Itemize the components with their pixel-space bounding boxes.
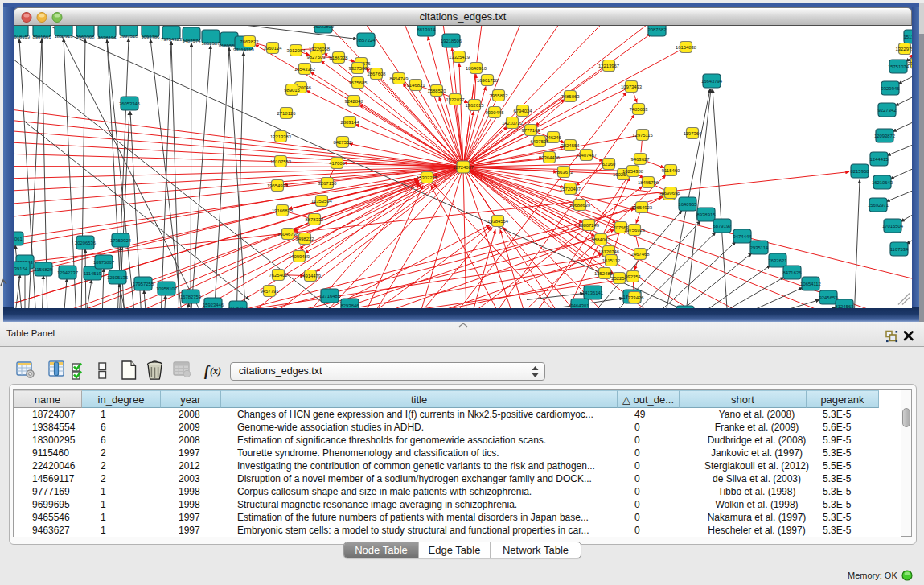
svg-text:1993518: 1993518 (120, 33, 139, 38)
svg-text:12975115: 12975115 (632, 132, 653, 137)
svg-text:16033809: 16033809 (313, 26, 334, 29)
svg-text:97114710: 97114710 (233, 47, 254, 51)
svg-text:2718126: 2718126 (277, 110, 297, 115)
svg-text:2867608: 2867608 (368, 71, 387, 76)
svg-text:1513094: 1513094 (904, 34, 912, 39)
svg-text:19654923: 19654923 (267, 183, 289, 187)
svg-text:10958107: 10958107 (156, 286, 177, 290)
svg-text:7863672: 7863672 (555, 169, 573, 174)
svg-text:19166825: 19166825 (272, 208, 294, 212)
svg-text:14136141: 14136141 (582, 290, 603, 295)
svg-text:(x): (x) (210, 365, 221, 377)
svg-text:8215958: 8215958 (851, 168, 870, 173)
svg-text:2803144: 2803144 (341, 119, 360, 124)
svg-text:6794024: 6794024 (514, 108, 533, 113)
svg-text:7955812: 7955812 (490, 93, 508, 97)
svg-text:7632621: 7632621 (769, 257, 787, 262)
svg-text:15692971: 15692971 (868, 202, 889, 207)
svg-text:13226058: 13226058 (309, 46, 331, 51)
svg-text:9146821: 9146821 (407, 82, 425, 87)
svg-text:9227342: 9227342 (878, 107, 897, 112)
svg-text:1322037: 1322037 (446, 97, 465, 101)
svg-text:14914479: 14914479 (300, 273, 321, 278)
svg-text:8471626: 8471626 (783, 270, 803, 274)
svg-text:17359924: 17359924 (110, 237, 132, 242)
svg-text:1862527: 1862527 (202, 40, 220, 45)
svg-text:19384554: 19384554 (487, 218, 509, 223)
svg-text:9699695: 9699695 (662, 190, 681, 195)
svg-text:9777169: 9777169 (522, 127, 540, 132)
svg-text:20364436: 20364436 (539, 154, 561, 159)
svg-text:3960124: 3960124 (264, 45, 283, 50)
svg-text:18120746: 18120746 (598, 249, 620, 253)
svg-text:15751074: 15751074 (888, 64, 910, 68)
svg-text:10688639: 10688639 (569, 202, 590, 207)
svg-text:26018159: 26018159 (14, 34, 30, 39)
svg-text:1733426: 1733426 (626, 295, 645, 299)
svg-text:79754323: 79754323 (161, 36, 183, 41)
svg-text:18724007: 18724007 (453, 164, 474, 169)
svg-text:9457791: 9457791 (261, 288, 279, 293)
svg-text:9245652: 9245652 (819, 295, 838, 299)
svg-text:8293846: 8293846 (341, 303, 360, 307)
svg-text:9242848: 9242848 (345, 98, 364, 103)
svg-text:17957255: 17957255 (133, 281, 154, 286)
svg-text:1588520: 1588520 (428, 88, 447, 93)
svg-text:1640955: 1640955 (679, 201, 698, 206)
svg-text:2754311: 2754311 (908, 60, 912, 65)
svg-text:16210643: 16210643 (872, 179, 893, 184)
svg-text:9329946: 9329946 (881, 85, 901, 90)
svg-text:8813014: 8813014 (417, 27, 437, 31)
svg-text:9487574: 9487574 (183, 38, 202, 43)
svg-text:13716485: 13716485 (319, 293, 341, 298)
svg-text:3498222: 3498222 (296, 236, 314, 241)
svg-text:6497505: 6497505 (531, 138, 550, 143)
svg-text:19654923: 19654923 (631, 204, 653, 209)
svg-text:8427552: 8427552 (334, 139, 352, 144)
svg-text:989015: 989015 (284, 87, 300, 92)
svg-text:16782759: 16782759 (180, 294, 201, 299)
svg-text:9115460: 9115460 (662, 167, 680, 172)
svg-text:1197364: 1197364 (684, 130, 702, 135)
svg-text:9464301: 9464301 (571, 303, 589, 307)
svg-text:16154838: 16154838 (676, 44, 697, 49)
svg-text:3912954: 3912954 (287, 47, 306, 52)
svg-text:2935114: 2935114 (750, 245, 769, 249)
svg-text:7663822: 7663822 (240, 39, 259, 43)
svg-text:16961758: 16961758 (477, 77, 499, 82)
svg-text:11353594: 11353594 (311, 198, 332, 203)
svg-text:9093786: 9093786 (142, 34, 161, 39)
svg-text:7485063: 7485063 (630, 106, 649, 111)
svg-text:13325419: 13325419 (449, 54, 470, 59)
svg-text:1114519: 1114519 (84, 270, 101, 275)
svg-text:3675685: 3675685 (349, 80, 368, 84)
svg-text:12942737: 12942737 (57, 270, 78, 274)
svg-text:12505135: 12505135 (107, 274, 129, 279)
svg-text:10407487: 10407487 (576, 152, 597, 157)
svg-text:417006: 417006 (329, 160, 345, 165)
svg-text:20206536: 20206536 (75, 240, 97, 245)
svg-text:19756928: 19756928 (624, 227, 646, 232)
svg-text:3267150: 3267150 (318, 180, 338, 185)
svg-text:7485063: 7485063 (561, 93, 581, 98)
svg-text:1156829: 1156829 (35, 266, 53, 271)
svg-text:9990445: 9990445 (486, 109, 505, 114)
svg-text:16543362: 16543362 (294, 66, 315, 71)
svg-text:992354: 992354 (625, 274, 641, 278)
svg-text:2467468: 2467468 (631, 251, 651, 256)
svg-text:18640910: 18640910 (466, 65, 487, 70)
svg-text:62160: 62160 (602, 161, 616, 166)
svg-text:1322975: 1322975 (896, 46, 912, 51)
svg-text:8938915: 8938915 (697, 212, 717, 216)
svg-text:10254388: 10254388 (622, 168, 644, 173)
svg-text:18807249: 18807249 (578, 222, 599, 227)
svg-text:7625402: 7625402 (269, 272, 288, 277)
svg-text:39154: 39154 (14, 266, 28, 270)
svg-text:12213383: 12213383 (270, 134, 292, 138)
svg-text:9463627: 9463627 (631, 156, 650, 161)
svg-text:8186328: 8186328 (330, 55, 349, 60)
svg-text:8124563: 8124563 (836, 303, 855, 308)
svg-text:14099489: 14099489 (289, 253, 310, 258)
svg-text:9327508: 9327508 (349, 65, 368, 70)
svg-text:2087682: 2087682 (648, 27, 667, 31)
